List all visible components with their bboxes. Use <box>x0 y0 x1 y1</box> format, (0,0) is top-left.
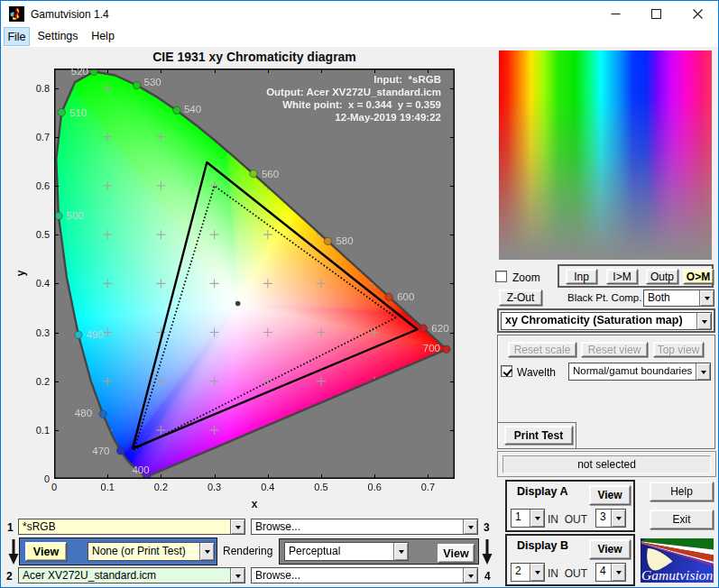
x-tick-label: 0.7 <box>410 482 446 492</box>
wavelength-label: 490 <box>87 329 104 340</box>
y-tick-label: 0.6 <box>8 180 50 191</box>
minimize-button[interactable] <box>595 1 636 27</box>
dropdown-arrow-icon[interactable] <box>530 564 544 581</box>
dropdown-arrow-icon[interactable] <box>611 564 625 581</box>
display-b-inout-label: IN OUT <box>548 567 587 580</box>
y-tick-label: 0.8 <box>8 83 50 94</box>
browse-output-select[interactable]: Browse... <box>251 567 478 583</box>
status-field: not selected <box>502 455 711 473</box>
wavelength-label: 480 <box>75 408 92 418</box>
title-bar: Gamutvision 1.4 <box>1 1 718 27</box>
reset-scale-button[interactable]: Reset scale <box>508 342 576 357</box>
maximize-button[interactable] <box>636 1 677 27</box>
dropdown-arrow-icon[interactable] <box>696 313 711 329</box>
outp-button[interactable]: Outp <box>646 269 678 284</box>
zoom-checkbox[interactable] <box>495 271 507 282</box>
app-window: Gamutvision 1.4 File Settings Help CIE 1… <box>0 0 719 588</box>
boundaries-select[interactable]: Normal/gamut boundaries <box>568 363 711 381</box>
dropdown-arrow-icon[interactable] <box>463 519 477 534</box>
y-tick-label: 0.1 <box>8 425 50 436</box>
dropdown-arrow-icon[interactable] <box>393 543 408 560</box>
output-profile-select[interactable]: Acer XV272U_standard.icm <box>18 567 245 583</box>
output-profile-value: Acer XV272U_standard.icm <box>19 568 230 583</box>
minimize-icon <box>611 9 621 19</box>
x-tick-label: 0.4 <box>250 482 286 492</box>
test-pattern-select[interactable]: None (or Print Test) <box>88 542 215 561</box>
wavelength-label: 580 <box>336 235 353 246</box>
down-arrow-right-icon <box>482 539 493 565</box>
input-profile-select[interactable]: *sRGB <box>18 519 245 535</box>
dropdown-arrow-icon[interactable] <box>230 519 244 534</box>
slot4-index-label: 4 <box>484 570 491 583</box>
y-tick-label: 0.5 <box>8 229 50 240</box>
menu-settings[interactable]: Settings <box>34 27 81 46</box>
input-profile-value: *sRGB <box>19 519 230 534</box>
display-a-in-value: 1 <box>512 510 530 527</box>
wavelength-label: 470 <box>92 446 109 456</box>
wavelength-label: 500 <box>67 210 84 221</box>
dropdown-arrow-icon[interactable] <box>699 290 714 306</box>
menu-file[interactable]: File <box>4 27 30 46</box>
display-a-group: Display A View 1 IN OUT 3 <box>505 480 635 532</box>
y-tick-label: 0.2 <box>8 376 50 387</box>
client-area: CIE 1931 xy Chromaticity diagram Input: … <box>1 47 718 587</box>
slot2-index-label: 2 <box>6 570 13 583</box>
view-mode-select[interactable]: xy Chromaticity (Saturation map) <box>501 312 712 330</box>
inp-button[interactable]: Inp <box>566 269 597 284</box>
wavelth-checkbox-label: Wavelth <box>517 366 556 379</box>
display-b-group: Display B View 2 IN OUT 4 <box>505 534 635 586</box>
boundaries-value: Normal/gamut boundaries <box>569 363 696 380</box>
rendering-intent-select[interactable]: Perceptual <box>284 542 409 561</box>
rendering-label: Rendering <box>223 545 272 557</box>
y-tick-label: 0 <box>8 473 50 484</box>
wavelength-label: 600 <box>397 291 414 302</box>
display-b-title: Display B <box>517 539 568 552</box>
down-arrow-left-icon <box>8 539 19 565</box>
plot-title: CIE 1931 xy Chromaticity diagram <box>54 50 455 64</box>
wavelength-label: 520 <box>71 66 88 77</box>
view-mode-value: xy Chromaticity (Saturation map) <box>502 313 696 329</box>
plot-annotations: Input: *sRGB Output: Acer XV272U_standar… <box>181 73 441 124</box>
display-a-out-select[interactable]: 3 <box>595 509 626 528</box>
display-a-view-button[interactable]: View <box>589 485 631 505</box>
chromaticity-plot-canvas[interactable] <box>54 69 455 479</box>
black-pt-comp-select[interactable]: Both <box>643 289 714 307</box>
browse-input-select[interactable]: Browse... <box>251 519 478 535</box>
help-button[interactable]: Help <box>650 482 714 501</box>
reset-view-button[interactable]: Reset view <box>581 342 648 357</box>
logo-text: Gamutvision <box>641 567 713 583</box>
wavelength-label: 540 <box>184 104 201 115</box>
print-test-button[interactable]: Print Test <box>504 426 573 445</box>
x-tick-label: 0.1 <box>89 482 125 492</box>
display-a-in-select[interactable]: 1 <box>511 509 545 528</box>
top-view-button[interactable]: Top view <box>653 342 704 357</box>
i-to-m-button[interactable]: I>M <box>606 269 638 284</box>
close-button[interactable] <box>677 1 718 27</box>
display-b-in-value: 2 <box>512 564 530 581</box>
view-input-button[interactable]: View <box>25 542 67 561</box>
x-tick-label: 0.2 <box>143 482 179 492</box>
dropdown-arrow-icon[interactable] <box>199 543 214 560</box>
exit-button[interactable]: Exit <box>650 510 714 529</box>
wavelength-label: 530 <box>144 77 161 87</box>
z-out-button[interactable]: Z-Out <box>499 289 542 306</box>
view-output-button[interactable]: View <box>438 544 475 563</box>
display-b-out-value: 4 <box>596 564 611 581</box>
menu-help[interactable]: Help <box>86 27 120 46</box>
rendering-intent-value: Perceptual <box>285 543 393 560</box>
wavelength-label: 620 <box>431 323 448 334</box>
display-b-out-select[interactable]: 4 <box>595 563 626 582</box>
wavelth-checkbox[interactable] <box>501 365 512 377</box>
dropdown-arrow-icon[interactable] <box>463 568 477 583</box>
display-b-in-select[interactable]: 2 <box>511 563 545 582</box>
wavelength-label: 400 <box>132 464 149 475</box>
dropdown-arrow-icon[interactable] <box>611 510 625 527</box>
y-tick-label: 0.3 <box>8 327 50 338</box>
browse-input-value: Browse... <box>252 519 463 534</box>
x-axis-label: x <box>54 498 455 510</box>
o-to-m-button[interactable]: O>M <box>683 269 714 284</box>
dropdown-arrow-icon[interactable] <box>230 568 244 583</box>
display-b-view-button[interactable]: View <box>589 539 631 559</box>
dropdown-arrow-icon[interactable] <box>696 363 710 380</box>
dropdown-arrow-icon[interactable] <box>530 510 544 527</box>
